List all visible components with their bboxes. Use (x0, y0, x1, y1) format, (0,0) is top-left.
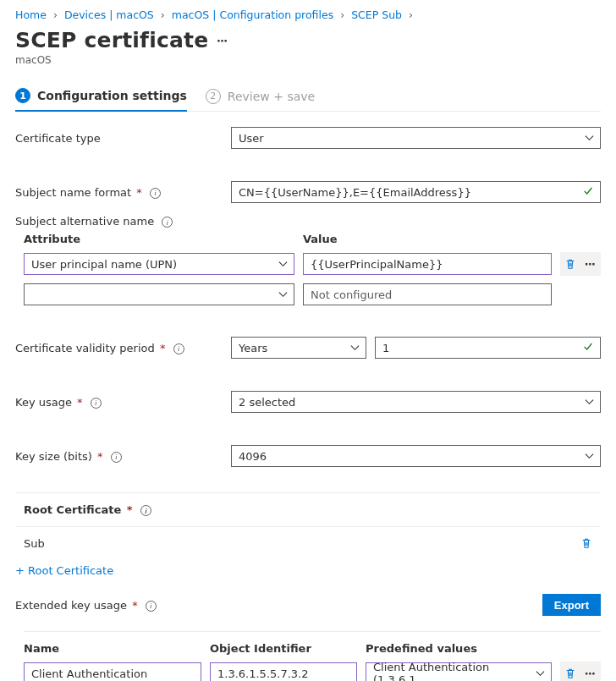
delete-button[interactable] (561, 255, 580, 273)
cert-type-label: Certificate type (15, 132, 101, 145)
key-usage-select[interactable]: 2 selected (231, 391, 601, 413)
breadcrumb: Home › Devices | macOS › macOS | Configu… (15, 8, 601, 21)
key-size-label: Key size (bits) (15, 450, 92, 463)
export-button[interactable]: Export (542, 594, 601, 616)
eku-predef-value: Client Authentication (1.3.6.1.... (373, 661, 529, 681)
breadcrumb-home[interactable]: Home (15, 8, 47, 21)
chevron-down-icon (585, 134, 594, 143)
chevron-down-icon (585, 452, 594, 461)
san-value-input[interactable]: Not configured (303, 283, 552, 305)
validity-unit-value: Years (239, 342, 267, 354)
key-size-select[interactable]: 4096 (231, 445, 601, 467)
step-review-save[interactable]: 2 Review + save (206, 89, 315, 111)
info-icon[interactable]: i (173, 343, 184, 354)
san-row: Not configured (24, 283, 601, 306)
root-cert-value: Sub (24, 537, 45, 550)
san-attribute-select[interactable]: User principal name (UPN) (24, 253, 294, 275)
root-cert-label: Root Certificate (24, 503, 121, 516)
key-size-value: 4096 (239, 450, 267, 463)
delete-button[interactable] (561, 664, 580, 681)
subj-format-input[interactable]: CN={{UserName}},E={{EmailAddress}} (231, 181, 601, 203)
step-label: Review + save (228, 90, 315, 103)
add-root-certificate-link[interactable]: + Root Certificate (15, 559, 601, 577)
san-attribute-select[interactable] (24, 283, 294, 305)
subj-format-label: Subject name format (15, 186, 131, 199)
key-usage-value: 2 selected (239, 396, 295, 409)
info-icon[interactable]: i (150, 188, 161, 199)
chevron-down-icon (536, 669, 545, 678)
san-value-text: Not configured (311, 288, 392, 301)
eku-predef-select[interactable]: Client Authentication (1.3.6.1.... (366, 662, 552, 681)
eku-name-value: Client Authentication (31, 667, 147, 680)
chevron-down-icon (278, 290, 288, 299)
chevron-right-icon: › (340, 8, 344, 21)
subj-format-value: CN={{UserName}},E={{EmailAddress}} (239, 186, 471, 199)
eku-oid-input[interactable]: 1.3.6.1.5.5.7.3.2 (210, 662, 357, 681)
validity-value-text: 1 (382, 342, 389, 354)
required-indicator: * (132, 599, 138, 612)
validity-label: Certificate validity period (15, 342, 155, 354)
key-usage-label: Key usage (15, 396, 72, 409)
chevron-down-icon (350, 343, 360, 353)
san-value-text: {{UserPrincipalName}} (311, 258, 443, 271)
san-header-attribute: Attribute (24, 233, 294, 245)
chevron-down-icon (278, 260, 288, 269)
step-configuration-settings[interactable]: 1 Configuration settings (15, 88, 187, 112)
cert-type-select[interactable]: User (231, 127, 601, 149)
breadcrumb-scep-sub[interactable]: SCEP Sub (351, 8, 402, 21)
san-row: User principal name (UPN) {{UserPrincipa… (24, 252, 601, 276)
eku-row: Client Authentication 1.3.6.1.5.5.7.3.2 … (24, 662, 601, 681)
chevron-down-icon (585, 398, 594, 407)
page-subtitle: macOS (15, 54, 601, 66)
info-icon[interactable]: i (146, 601, 157, 612)
checkmark-icon (582, 341, 594, 355)
breadcrumb-profiles[interactable]: macOS | Configuration profiles (172, 8, 333, 21)
page-title: SCEP certificate (15, 28, 208, 52)
chevron-right-icon: › (161, 8, 165, 21)
info-icon[interactable]: i (91, 398, 102, 409)
chevron-right-icon: › (409, 8, 413, 21)
validity-value-input[interactable]: 1 (375, 337, 601, 359)
delete-root-cert-button[interactable] (577, 534, 596, 552)
step-label: Configuration settings (37, 89, 187, 102)
more-button[interactable]: ⋯ (581, 255, 600, 273)
chevron-right-icon: › (53, 8, 58, 21)
eku-name-input[interactable]: Client Authentication (24, 662, 201, 681)
validity-unit-select[interactable]: Years (231, 337, 366, 359)
eku-header-oid: Object Identifier (210, 642, 357, 655)
required-indicator: * (127, 503, 133, 516)
san-label: Subject alternative name (15, 215, 154, 228)
step-number-icon: 2 (206, 89, 221, 104)
required-indicator: * (160, 342, 166, 354)
cert-type-value: User (239, 132, 264, 145)
step-number-icon: 1 (15, 88, 30, 103)
wizard-stepper: 1 Configuration settings 2 Review + save (15, 88, 601, 112)
more-actions-button[interactable]: ⋯ (217, 35, 228, 47)
eku-header-predef: Predefined values (366, 642, 601, 655)
required-indicator: * (77, 396, 83, 409)
eku-header-name: Name (24, 642, 201, 655)
info-icon[interactable]: i (111, 452, 122, 463)
info-icon[interactable]: i (162, 217, 173, 228)
required-indicator: * (136, 186, 142, 199)
more-button[interactable]: ⋯ (581, 664, 600, 681)
eku-oid-value: 1.3.6.1.5.5.7.3.2 (217, 667, 309, 680)
san-value-input[interactable]: {{UserPrincipalName}} (303, 253, 552, 275)
info-icon[interactable]: i (140, 505, 151, 516)
breadcrumb-devices[interactable]: Devices | macOS (64, 8, 154, 21)
san-attribute-value: User principal name (UPN) (31, 258, 177, 271)
san-header-value: Value (303, 233, 601, 245)
required-indicator: * (97, 450, 103, 463)
eku-label: Extended key usage (15, 599, 127, 612)
checkmark-icon (582, 185, 594, 200)
